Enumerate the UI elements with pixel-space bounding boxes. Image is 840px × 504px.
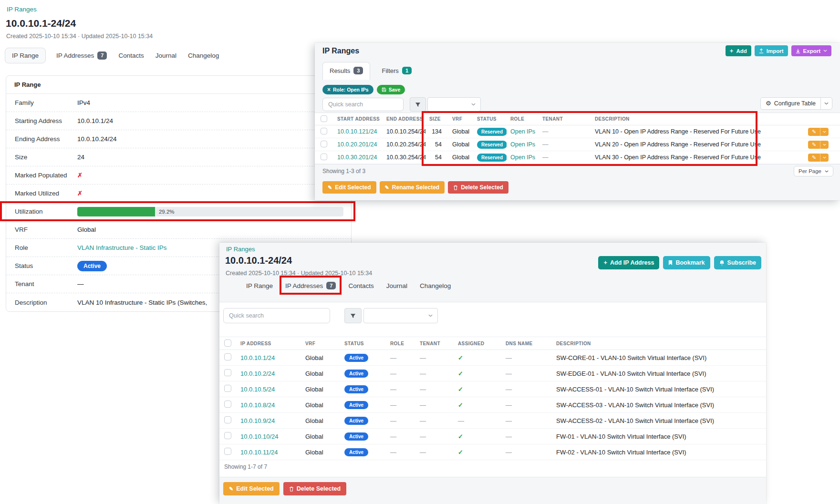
tab-ip-range[interactable]: IP Range <box>246 282 273 289</box>
table-row: 10.0.20.201/24 10.0.20.254/24 54 Global … <box>315 138 840 151</box>
subscribe-button[interactable]: Subscribe <box>714 256 761 269</box>
status-badge: Active <box>344 417 368 425</box>
ip-address-link[interactable]: 10.0.10.2/24 <box>240 370 275 377</box>
row-edit-dropdown[interactable] <box>820 154 829 162</box>
filter-select[interactable] <box>427 97 481 112</box>
row-checkbox[interactable] <box>224 401 231 408</box>
col-tenant[interactable]: TENANT <box>539 116 591 122</box>
tab-changelog[interactable]: Changelog <box>187 48 220 63</box>
bookmark-button[interactable]: Bookmark <box>663 256 710 269</box>
tab-label: Contacts <box>348 282 373 289</box>
edit-selected-button[interactable]: Edit Selected <box>223 482 280 495</box>
tab-filters[interactable]: Filters1 <box>379 62 415 80</box>
breadcrumb[interactable]: IP Ranges <box>226 246 255 253</box>
assigned-check: ✓ <box>454 386 502 393</box>
tab-contacts[interactable]: Contacts <box>348 282 373 289</box>
filter-select[interactable] <box>363 308 438 323</box>
configure-table-button[interactable]: Configure Table <box>760 97 832 110</box>
filter-funnel-button[interactable] <box>344 308 362 323</box>
filter-chips: Role: Open IPs Save <box>322 85 405 94</box>
role-link[interactable]: VLAN Infrastructure - Static IPs <box>77 244 167 251</box>
ip-address-link[interactable]: 10.0.10.11/24 <box>240 449 278 456</box>
delete-selected-button[interactable]: Delete Selected <box>448 181 508 194</box>
row-checkbox[interactable] <box>224 353 231 360</box>
breadcrumb[interactable]: IP Ranges <box>7 6 37 13</box>
col-vrf[interactable]: VRF <box>301 341 341 346</box>
col-role[interactable]: ROLE <box>507 116 539 122</box>
field-label: Description <box>15 299 77 306</box>
row-edit-button[interactable] <box>808 154 829 162</box>
row-checkbox[interactable] <box>224 432 231 439</box>
tab-results[interactable]: Results3 <box>322 62 370 80</box>
tab-journal[interactable]: Journal <box>386 282 407 289</box>
rename-selected-button[interactable]: Rename Selected <box>380 181 445 194</box>
col-dns-name[interactable]: DNS NAME <box>502 341 552 346</box>
start-address-link[interactable]: 10.0.20.201/24 <box>337 141 377 148</box>
export-button[interactable]: Export <box>791 45 831 56</box>
ip-address-link[interactable]: 10.0.10.5/24 <box>240 386 275 393</box>
row-checkbox[interactable] <box>224 448 231 455</box>
row-checkbox[interactable] <box>321 141 327 147</box>
vrf-value: Global <box>301 370 341 377</box>
col-vrf[interactable]: VRF <box>448 116 473 122</box>
import-button[interactable]: Import <box>755 45 788 56</box>
ip-address-link[interactable]: 10.0.10.1/24 <box>240 354 275 361</box>
field-label: Family <box>15 99 77 106</box>
col-role[interactable]: ROLE <box>386 341 416 346</box>
col-end-address[interactable]: END ADDRESS <box>383 116 425 122</box>
ip-address-link[interactable]: 10.0.10.8/24 <box>240 401 275 409</box>
ip-addresses-card: IP ADDRESS VRF STATUS ROLE TENANT ASSIGN… <box>219 302 766 477</box>
row-edit-button[interactable] <box>808 141 829 149</box>
row-checkbox[interactable] <box>224 369 231 376</box>
add-button[interactable]: Add <box>726 45 751 56</box>
row-checkbox[interactable] <box>224 416 231 423</box>
close-icon[interactable] <box>327 87 331 93</box>
row-checkbox[interactable] <box>321 128 327 134</box>
tab-contacts[interactable]: Contacts <box>117 48 145 63</box>
role-link[interactable]: Open IPs <box>510 141 535 148</box>
add-ip-address-button[interactable]: Add IP Address <box>598 256 659 269</box>
tab-ip-addresses[interactable]: IP Addresses7 <box>55 48 108 63</box>
status-badge: Reserved <box>477 141 507 149</box>
role-link[interactable]: Open IPs <box>510 128 535 135</box>
col-assigned[interactable]: ASSIGNED <box>454 341 502 346</box>
row-checkbox[interactable] <box>321 154 327 160</box>
ip-address-link[interactable]: 10.0.10.9/24 <box>240 417 275 424</box>
col-tenant[interactable]: TENANT <box>416 341 454 346</box>
select-all-checkbox[interactable] <box>224 339 231 347</box>
col-description[interactable]: DESCRIPTION <box>591 116 804 122</box>
edit-selected-button[interactable]: Edit Selected <box>322 181 376 194</box>
tab-journal[interactable]: Journal <box>155 48 177 63</box>
col-start-address[interactable]: START ADDRESS <box>333 116 383 122</box>
start-address-link[interactable]: 10.0.30.201/24 <box>337 154 377 161</box>
ip-address-link[interactable]: 10.0.10.10/24 <box>240 433 279 440</box>
field-value: 24 <box>77 154 351 161</box>
search-input[interactable] <box>322 98 404 111</box>
row-edit-dropdown[interactable] <box>820 141 829 149</box>
col-status[interactable]: STATUS <box>341 341 386 346</box>
row-checkbox[interactable] <box>224 385 231 392</box>
tab-ip-range[interactable]: IP Range <box>5 48 46 63</box>
filter-chip-role[interactable]: Role: Open IPs <box>322 85 373 94</box>
col-ip-address[interactable]: IP ADDRESS <box>237 341 301 346</box>
col-description[interactable]: DESCRIPTION <box>552 341 766 346</box>
page: IP Ranges 10.0.10.1-24/24 Created 2025-1… <box>0 0 840 504</box>
select-all-checkbox[interactable] <box>321 115 327 122</box>
delete-selected-button[interactable]: Delete Selected <box>283 482 346 495</box>
start-address-link[interactable]: 10.0.10.121/24 <box>337 128 377 135</box>
tab-changelog[interactable]: Changelog <box>420 282 451 289</box>
chevron-down-icon <box>823 50 827 52</box>
save-filter-chip[interactable]: Save <box>377 85 405 94</box>
search-input[interactable] <box>223 308 330 323</box>
table-row: 10.0.30.201/24 10.0.30.254/24 54 Global … <box>315 151 840 164</box>
row-edit-button[interactable] <box>808 128 829 136</box>
filter-funnel-button[interactable] <box>410 97 426 112</box>
col-status[interactable]: STATUS <box>473 116 507 122</box>
per-page-select[interactable]: Per Page <box>794 166 833 176</box>
role-link[interactable]: Open IPs <box>510 154 535 161</box>
row-edit-dropdown[interactable] <box>820 128 829 136</box>
configure-dropdown-toggle[interactable] <box>820 98 832 109</box>
table-row: 10.0.10.9/24 Global Active — — — — SW-AC… <box>219 413 766 429</box>
tab-ip-addresses[interactable]: IP Addresses 7 <box>285 282 336 289</box>
col-size[interactable]: SIZE <box>425 116 448 122</box>
